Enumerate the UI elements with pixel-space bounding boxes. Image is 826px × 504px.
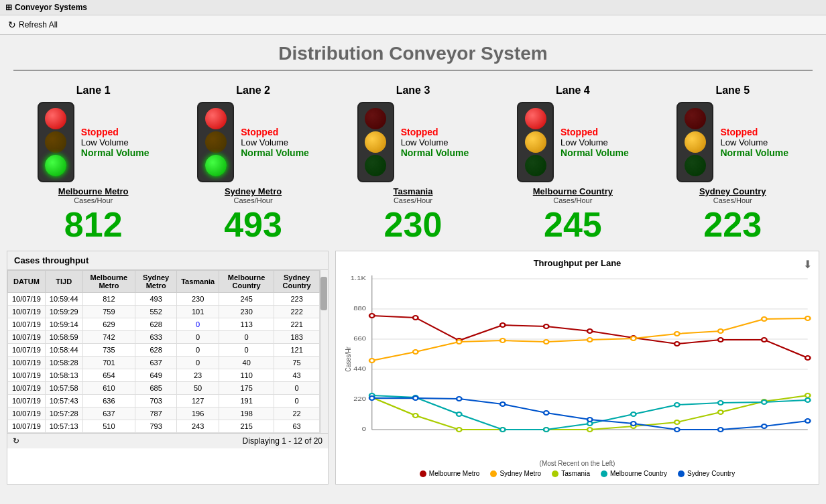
table-display-info: Displaying 1 - 12 of 20 (243, 436, 322, 446)
legend-label: Sydney Country (687, 470, 735, 477)
chart-container: 1.1K 880 660 440 220 0 Cases/Hr (343, 272, 812, 460)
table-cell: 10/07/19 (8, 318, 46, 331)
light-yellow-4 (525, 131, 546, 153)
svg-point-61 (457, 397, 462, 401)
legend-label: Sydney Metro (499, 470, 541, 477)
table-row: 10/07/1910:57:58610685501750 (8, 382, 320, 395)
table-cell: 510 (82, 420, 135, 433)
svg-point-67 (718, 428, 723, 432)
svg-point-54 (631, 412, 636, 416)
chart-x-label: (Most Recent on the Left) (343, 460, 812, 467)
lane-3-stopped: Stopped (401, 127, 438, 137)
download-icon[interactable]: ⬇ (803, 258, 812, 271)
svg-point-52 (544, 428, 549, 432)
lane-4-name: Melbourne Country (533, 186, 613, 196)
table-cell: 10/07/19 (8, 357, 46, 369)
lane-5: Lane 5StoppedLow VolumeNormal VolumeSydn… (666, 84, 800, 244)
table-cell: 191 (219, 395, 274, 407)
svg-point-31 (587, 338, 593, 342)
svg-point-68 (762, 424, 767, 428)
table-column-header: DATUM (8, 271, 46, 293)
svg-point-19 (544, 324, 549, 328)
table-cell: 183 (274, 331, 320, 344)
svg-point-15 (369, 314, 375, 318)
main-title: Distribution Conveyor System (13, 35, 813, 71)
table-column-header: Melbourne Country (219, 271, 274, 293)
svg-point-35 (762, 317, 767, 321)
svg-text:220: 220 (353, 395, 366, 402)
lane-1-content: StoppedLow VolumeNormal Volume (38, 102, 150, 182)
table-column-header: TIJD (45, 271, 82, 293)
table-cell: 628 (135, 318, 177, 331)
table-cell: 175 (219, 382, 274, 395)
svg-point-20 (587, 329, 593, 333)
table-cell: 0 (177, 331, 219, 344)
table-column-header: Sydney Metro (135, 271, 177, 293)
lane-2-value: 493 (224, 206, 282, 244)
table-cell: 215 (219, 420, 274, 433)
svg-point-69 (805, 419, 811, 423)
light-yellow-1 (45, 131, 66, 153)
table-cell: 223 (274, 293, 320, 306)
refresh-icon-small[interactable]: ↻ (13, 436, 19, 446)
title-bar: ⊞ Conveyor Systems (0, 0, 826, 15)
legend-dot (678, 470, 685, 477)
table-cell: 649 (135, 369, 177, 382)
table-cell: 0 (274, 395, 320, 407)
lane-5-stopped: Stopped (720, 127, 758, 137)
table-cell: 10:58:13 (45, 369, 82, 382)
light-yellow-3 (365, 131, 386, 153)
table-cell: 230 (177, 293, 219, 306)
table-cell: 101 (177, 306, 219, 318)
lane-2: Lane 2StoppedLow VolumeNormal VolumeSydn… (186, 84, 320, 244)
table-cell: 654 (82, 369, 135, 382)
legend-dot (420, 470, 426, 477)
light-green-4 (525, 155, 546, 176)
light-red-2 (205, 108, 227, 129)
title-bar-icon: ⊞ (5, 3, 12, 12)
chart-legend: Melbourne MetroSydney MetroTasmaniaMelbo… (343, 470, 812, 477)
table-cell: 121 (274, 344, 320, 357)
lane-2-content: StoppedLow VolumeNormal Volume (197, 102, 309, 182)
lane-5-unit: Cases/Hour (713, 196, 752, 204)
scrollbar[interactable] (320, 270, 328, 433)
lane-4-low-volume: Low Volume (560, 137, 608, 147)
table-cell: 10/07/19 (8, 382, 46, 395)
svg-point-18 (500, 323, 506, 327)
chart-svg: 1.1K 880 660 440 220 0 Cases/Hr (343, 272, 812, 460)
svg-point-33 (674, 332, 680, 336)
table-cell: 221 (274, 318, 320, 331)
table-cell: 10/07/19 (8, 344, 46, 357)
table-header: Cases throughput (7, 251, 328, 270)
table-cell: 0 (219, 344, 274, 357)
table-cell: 222 (274, 306, 320, 318)
svg-point-65 (631, 422, 636, 426)
lane-2-unit: Cases/Hour (234, 196, 273, 204)
lane-5-content: StoppedLow VolumeNormal Volume (676, 102, 788, 182)
table-cell: 10/07/19 (8, 331, 46, 344)
svg-text:Cases/Hr: Cases/Hr (345, 346, 353, 372)
svg-text:1.1K: 1.1K (351, 275, 366, 281)
table-cell: 793 (135, 420, 177, 433)
lane-1-status: StoppedLow VolumeNormal Volume (81, 127, 150, 158)
svg-text:0: 0 (362, 426, 367, 432)
svg-point-44 (674, 420, 680, 424)
lane-5-name: Sydney Country (699, 186, 766, 196)
table-cell: 552 (135, 306, 177, 318)
traffic-light-3 (357, 102, 394, 182)
table-row: 10/07/1910:59:146296280113221 (8, 318, 320, 331)
svg-point-23 (718, 338, 723, 342)
table-scroll[interactable]: DATUMTIJDMelbourne MetroSydney MetroTasm… (7, 270, 320, 433)
svg-point-62 (500, 402, 506, 406)
lane-2-normal-volume: Normal Volume (241, 147, 309, 158)
light-green-2 (205, 155, 227, 176)
lane-4-normal-volume: Normal Volume (560, 147, 629, 158)
lane-4-content: StoppedLow VolumeNormal Volume (517, 102, 629, 182)
table-cell: 40 (219, 357, 274, 369)
svg-point-59 (369, 396, 375, 400)
table-cell: 493 (135, 293, 177, 306)
table-cell: 735 (82, 344, 135, 357)
legend-item: Sydney Country (678, 470, 735, 477)
refresh-all-button[interactable]: ↻ Refresh All (5, 18, 60, 32)
lane-3-content: StoppedLow VolumeNormal Volume (357, 102, 469, 182)
